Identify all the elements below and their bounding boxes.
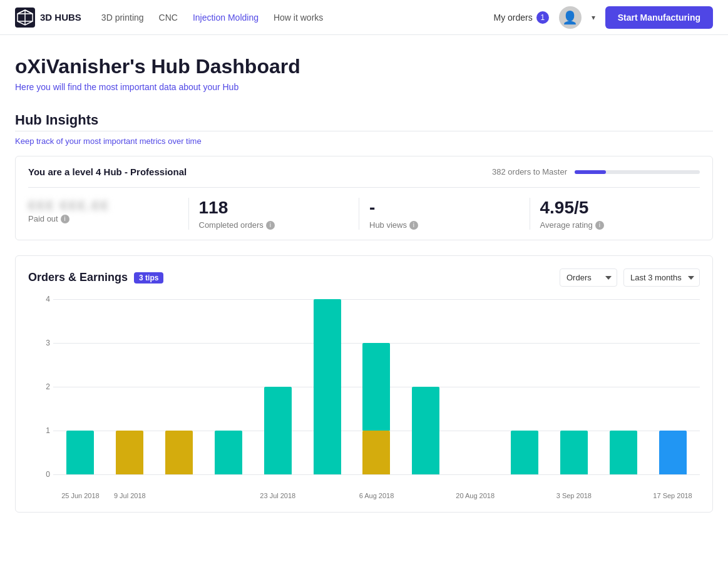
chart-area: 0123425 Jun 20189 Jul 201823 Jul 20186 A…: [28, 299, 700, 499]
y-axis-label: 3: [28, 339, 50, 347]
stat-avg-rating: 4.95/5 Average rating i: [530, 198, 700, 230]
y-axis-label: 1: [28, 426, 50, 435]
bar-group: [552, 299, 596, 474]
bar-group: [404, 299, 448, 474]
bar-group: [503, 299, 546, 474]
bar-segment: [314, 299, 341, 474]
x-axis-label: [157, 488, 201, 499]
bar-segment: [412, 387, 439, 474]
bar-group: [354, 299, 398, 474]
bar-segment: [560, 431, 588, 474]
chart-title-row: Orders & Earnings 3 tips: [28, 271, 163, 284]
metric-select[interactable]: Orders Earnings: [560, 268, 617, 287]
hub-views-value: -: [369, 198, 520, 218]
nav-injection-molding[interactable]: Injection Molding: [193, 13, 259, 23]
logo[interactable]: 3D HUBS: [15, 8, 81, 28]
avatar-chevron-icon: ▾: [592, 13, 595, 22]
order-count-badge: 1: [536, 11, 549, 24]
bar-segment: [264, 387, 292, 474]
stats-card-header: You are a level 4 Hub - Professional 382…: [28, 166, 700, 177]
x-axis-label: [305, 488, 349, 499]
bar-segment: [215, 431, 242, 474]
bar-group: [256, 299, 300, 474]
x-labels-container: 25 Jun 20189 Jul 201823 Jul 20186 Aug 20…: [53, 488, 700, 499]
bar-group: [602, 299, 645, 474]
bar-group: [305, 299, 349, 474]
completed-orders-info-icon[interactable]: i: [266, 221, 275, 230]
bar-group: [453, 299, 497, 474]
bar-group: [651, 299, 695, 474]
paid-out-label: Paid out i: [28, 214, 178, 223]
logo-text: 3D HUBS: [40, 12, 81, 23]
bar-segment: [511, 431, 538, 474]
logo-icon: [15, 8, 35, 28]
navbar-right: My orders 1 👤 ▾ Start Manufacturing: [494, 6, 713, 29]
navbar-nav: 3D printing CNC Injection Molding How it…: [101, 13, 494, 23]
bar-segment: [362, 431, 390, 474]
x-axis-label: [404, 488, 448, 499]
x-axis-label: 25 Jun 2018: [58, 488, 102, 499]
section-hub-insights-title: Hub Insights: [15, 112, 713, 128]
completed-orders-label: Completed orders i: [199, 220, 349, 230]
avatar[interactable]: 👤: [559, 6, 582, 29]
tips-badge[interactable]: 3 tips: [134, 272, 163, 284]
my-orders-label: My orders: [494, 13, 533, 23]
paid-out-value: €€€ €€€.€€: [28, 198, 178, 214]
y-axis-label: 4: [28, 295, 50, 304]
section-hub-insights-desc: Keep track of your most important metric…: [15, 136, 713, 146]
bars-container: [53, 299, 700, 474]
y-axis-label: 2: [28, 382, 50, 391]
stat-paid-out: €€€ €€€.€€ Paid out i: [28, 198, 189, 230]
paid-out-info-icon[interactable]: i: [61, 215, 69, 223]
bar-segment: [165, 431, 193, 474]
stat-hub-views: - Hub views i: [359, 198, 530, 230]
nav-3d-printing[interactable]: 3D printing: [101, 13, 144, 23]
chart-header: Orders & Earnings 3 tips Orders Earnings…: [28, 268, 700, 287]
orders-to-master-text: 382 orders to Master: [492, 167, 567, 176]
grid-line: [53, 474, 700, 475]
bar-group: [157, 299, 201, 474]
orders-to-master: 382 orders to Master: [492, 167, 700, 176]
main-content: oXiVanisher's Hub Dashboard Here you wil…: [0, 35, 728, 533]
page-title: oXiVanisher's Hub Dashboard: [15, 55, 713, 78]
x-axis-label: [503, 488, 546, 499]
stats-card: You are a level 4 Hub - Professional 382…: [15, 156, 713, 240]
my-orders-button[interactable]: My orders 1: [494, 11, 549, 24]
nav-cnc[interactable]: CNC: [159, 13, 178, 23]
x-axis-label: 9 Jul 2018: [108, 488, 151, 499]
bar-group: [108, 299, 151, 474]
avg-rating-value: 4.95/5: [540, 198, 690, 218]
chart-controls: Orders Earnings Last 3 months Last 6 mon…: [560, 268, 700, 287]
start-manufacturing-button[interactable]: Start Manufacturing: [605, 6, 713, 29]
bar-segment: [659, 431, 687, 474]
stats-row: €€€ €€€.€€ Paid out i 118 Completed orde…: [28, 187, 700, 230]
nav-how-it-works[interactable]: How it works: [274, 13, 323, 23]
page-subtitle: Here you will find the most important da…: [15, 82, 713, 92]
chart-title: Orders & Earnings: [28, 271, 128, 284]
section-divider: [15, 131, 713, 131]
completed-orders-value: 118: [199, 198, 349, 218]
x-axis-label: [602, 488, 645, 499]
x-axis-label: 17 Sep 2018: [651, 488, 695, 499]
x-axis-label: 23 Jul 2018: [256, 488, 300, 499]
chart-section: Orders & Earnings 3 tips Orders Earnings…: [15, 255, 713, 513]
avg-rating-info-icon[interactable]: i: [595, 221, 604, 230]
bar-segment: [116, 431, 143, 474]
hub-level: You are a level 4 Hub - Professional: [28, 166, 187, 177]
y-axis-label: 0: [28, 470, 50, 479]
bar-group: [58, 299, 102, 474]
x-axis-label: 3 Sep 2018: [552, 488, 596, 499]
period-select[interactable]: Last 3 months Last 6 months Last year: [623, 268, 700, 287]
bar-group: [207, 299, 250, 474]
bar-segment: [362, 343, 390, 431]
progress-bar-fill: [575, 170, 606, 174]
progress-bar-bg: [575, 170, 700, 174]
x-axis-label: 6 Aug 2018: [354, 488, 398, 499]
x-axis-label: [207, 488, 250, 499]
x-axis-label: 20 Aug 2018: [453, 488, 497, 499]
hub-views-info-icon[interactable]: i: [409, 221, 418, 230]
hub-views-label: Hub views i: [369, 220, 520, 230]
bar-segment: [610, 431, 637, 474]
navbar: 3D HUBS 3D printing CNC Injection Moldin…: [0, 0, 728, 35]
bar-segment: [66, 431, 94, 474]
